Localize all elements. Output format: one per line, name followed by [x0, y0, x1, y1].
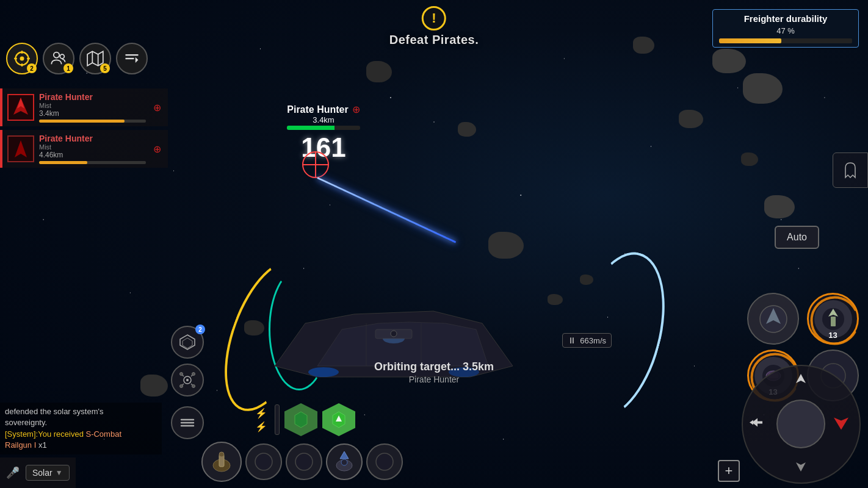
skill-bar	[201, 442, 403, 482]
stack-icon	[179, 334, 196, 351]
crosshair-circle	[302, 151, 329, 178]
left-controls-group: 2	[171, 326, 204, 439]
svg-point-34	[180, 373, 183, 376]
ghost-right-button[interactable]	[833, 152, 868, 188]
auto-button[interactable]: Auto	[775, 226, 819, 249]
skill-button-2[interactable]	[245, 443, 282, 480]
svg-marker-47	[340, 451, 349, 459]
location-button[interactable]: Solar ▼	[26, 465, 70, 481]
stack-button[interactable]: 2	[171, 326, 204, 359]
battle-health-fill	[287, 126, 335, 130]
skill-button-5[interactable]	[366, 443, 403, 480]
dir-down-arrow	[794, 459, 808, 476]
lightning-icon-1: ⚡	[255, 407, 267, 419]
skill-3-icon	[292, 450, 316, 473]
chat-line-4: Railgun I x1	[5, 440, 157, 451]
chat-line-3: [System]:You received S-Combat	[5, 429, 157, 440]
svg-point-21	[308, 367, 339, 377]
battle-enemy-target-icon: ⊕	[352, 104, 360, 115]
skill-button-4[interactable]	[326, 443, 363, 480]
dir-right-area	[829, 411, 853, 438]
ghost-icon	[841, 160, 860, 180]
dir-left-arrows	[749, 415, 767, 433]
chat-line-1: defended the solar system's	[5, 406, 157, 417]
lightning-group: ⚡ ⚡	[255, 407, 267, 432]
drone-button[interactable]	[171, 364, 204, 396]
location-name: Solar	[32, 468, 52, 478]
weapon-button-1[interactable]: 13	[807, 293, 859, 345]
svg-marker-27	[183, 338, 192, 348]
svg-point-35	[192, 373, 195, 376]
laser-beam	[317, 177, 456, 243]
chat-system-text: [System]:You received	[5, 429, 85, 439]
svg-marker-50	[295, 412, 307, 428]
pause-icon: ⏸	[568, 336, 576, 345]
svg-point-58	[812, 298, 858, 344]
speed-indicator-vert	[275, 404, 280, 435]
battle-health-bar	[287, 126, 360, 130]
skill-1-icon	[208, 448, 235, 475]
right-down-icon	[829, 411, 853, 435]
svg-point-43	[219, 452, 224, 457]
auto-label: Auto	[787, 232, 807, 242]
skill-4-icon	[331, 449, 357, 475]
svg-point-49	[376, 453, 393, 470]
add-button[interactable]: +	[718, 460, 740, 482]
hex-button-2[interactable]	[322, 403, 355, 436]
drone-icon	[179, 371, 196, 389]
svg-point-25	[391, 331, 397, 337]
speed-indicator: ⏸ 663m/s	[562, 333, 612, 348]
speed-value: 663m/s	[580, 336, 606, 345]
skill-button-1[interactable]	[201, 442, 242, 482]
svg-marker-67	[750, 420, 753, 425]
hex-ability-group: ⚡ ⚡	[255, 403, 355, 436]
orbit-label: Orbiting target... 3.5km	[374, 361, 494, 373]
large-ship-button[interactable]	[747, 293, 799, 345]
svg-marker-65	[796, 462, 806, 472]
menu-icon	[179, 414, 196, 431]
svg-marker-64	[796, 374, 806, 383]
weapon-progress-arc-1	[809, 295, 861, 346]
hex-button-1[interactable]	[284, 403, 317, 436]
skill-button-3[interactable]	[286, 443, 322, 480]
direction-pad[interactable]	[740, 363, 862, 485]
skill-5-icon	[373, 450, 396, 473]
lightning-icon-2: ⚡	[255, 421, 267, 432]
down-arrow-icon	[794, 459, 808, 473]
svg-point-29	[186, 379, 189, 381]
joystick-center[interactable]	[776, 400, 825, 448]
up-arrow-icon	[794, 372, 808, 387]
svg-point-48	[341, 459, 347, 465]
joystick-outer	[742, 365, 861, 484]
chat-text-2: sovereignty.	[5, 418, 47, 427]
chat-text-1: defended the solar system's	[5, 407, 103, 416]
menu-button[interactable]	[171, 406, 204, 439]
dir-up-arrow	[794, 372, 808, 390]
left-arrows-icon	[749, 415, 767, 430]
skill-2-icon	[252, 450, 275, 473]
svg-point-36	[180, 385, 183, 388]
battle-enemy-name: Pirate Hunter	[287, 104, 348, 115]
hex-icon-2	[330, 411, 348, 429]
svg-marker-66	[752, 418, 762, 427]
ship-select-icon	[756, 302, 790, 336]
svg-point-45	[295, 453, 313, 470]
svg-point-44	[255, 453, 272, 470]
mic-icon[interactable]: 🎤	[6, 466, 20, 479]
hex-icon-1	[292, 411, 310, 429]
svg-marker-68	[834, 418, 848, 430]
stack-badge: 2	[195, 325, 205, 334]
chat-quantity: x1	[36, 440, 46, 450]
dropdown-arrow-icon: ▼	[56, 468, 63, 477]
orbit-target-name: Pirate Hunter	[374, 375, 494, 384]
orbit-target-text: Orbiting target... 3.5km Pirate Hunter	[374, 361, 494, 384]
chat-log: defended the solar system's sovereignty.…	[0, 403, 162, 454]
chat-item-name: S-Combat	[85, 429, 121, 439]
chat-railgun-name: Railgun I	[5, 440, 36, 450]
chat-line-2: sovereignty.	[5, 417, 157, 428]
bottom-left-controls: 🎤 Solar ▼	[0, 458, 76, 488]
battle-enemy-dist: 3.4km	[313, 115, 334, 124]
svg-point-37	[192, 385, 195, 388]
